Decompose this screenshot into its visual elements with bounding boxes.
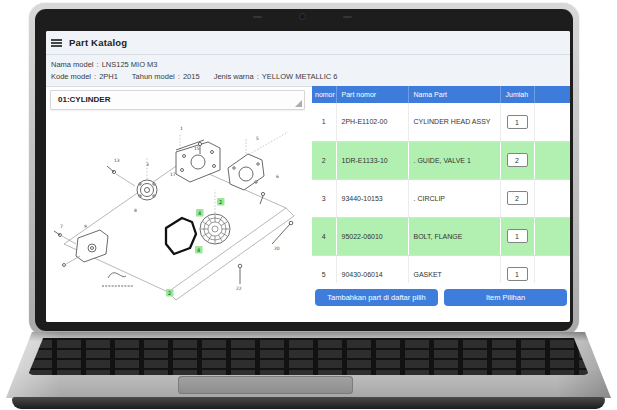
svg-text:9: 9: [84, 224, 87, 229]
section-title: 01:CYLINDER: [58, 95, 110, 104]
tahun-model-label: Tahun model: [132, 72, 175, 81]
svg-text:5: 5: [256, 136, 259, 141]
svg-text:3: 3: [146, 162, 149, 167]
svg-text:6: 6: [276, 174, 279, 179]
qty-box[interactable]: 2: [507, 191, 528, 205]
qty-box[interactable]: 1: [507, 229, 528, 243]
qty-box[interactable]: 1: [507, 115, 528, 129]
section-selector[interactable]: 01:CYLINDER: [50, 90, 305, 110]
model-info-panel: Nama model:LNS125 MIO M3 Kode model:2PH1…: [46, 55, 570, 87]
model-info-row2: Kode model:2PH1 Tahun model:2015 Jenis w…: [51, 71, 570, 83]
app-screen: Part Katalog Nama model:LNS125 MIO M3 Ko…: [46, 31, 570, 322]
svg-text:2: 2: [219, 199, 222, 205]
webcam: [299, 13, 306, 20]
kode-model-label: Kode model: [51, 72, 91, 81]
microphone-slot-right: [343, 16, 352, 18]
svg-text:20: 20: [274, 246, 280, 251]
col-nomor: nomor: [312, 86, 336, 103]
tahun-model-value: 2015: [183, 72, 200, 81]
nama-model-value: LNS125 MIO M3: [102, 60, 158, 69]
svg-text:2: 2: [168, 290, 171, 296]
kode-model-value: 2PH1: [99, 72, 118, 81]
part-row[interactable]: 3 93440-10153 . CIRCLIP 2: [312, 179, 570, 217]
part-row[interactable]: 5 90430-06014 GASKET 1: [312, 255, 570, 283]
laptop-bezel: Part Katalog Nama model:LNS125 MIO M3 Ko…: [35, 9, 573, 331]
menu-icon[interactable]: [51, 39, 62, 47]
svg-text:1: 1: [180, 126, 183, 131]
laptop-screen-frame: Part Katalog Nama model:LNS125 MIO M3 Ko…: [29, 3, 579, 336]
action-buttons: Tambahkan part di daftar pilih Item Pili…: [312, 289, 570, 307]
jenis-warna-label: Jenis warna: [214, 72, 254, 81]
svg-text:13: 13: [114, 158, 120, 163]
jenis-warna-value: YELLOW METALLIC 6: [262, 72, 338, 81]
svg-text:8: 8: [134, 208, 137, 213]
col-part-nomor: Part nomor: [336, 86, 408, 103]
table-header-row: nomor Part nomor Nama Part Jumlah: [312, 86, 570, 103]
col-empty: [534, 86, 570, 103]
app-header-bar: Part Katalog: [46, 31, 570, 55]
col-nama-part: Nama Part: [408, 86, 500, 103]
part-row[interactable]: 1 2PH-E1102-00 CYLINDER HEAD ASSY 1: [312, 103, 570, 141]
microphone-slot-left: [253, 16, 262, 18]
part-row[interactable]: 2 1DR-E1133-10 . GUIDE, VALVE 1 2: [312, 141, 570, 179]
keyboard: [28, 338, 589, 375]
col-jumlah: Jumlah: [500, 86, 534, 103]
main-content: 01:CYLINDER: [46, 87, 570, 322]
trackpad: [178, 376, 353, 394]
nama-model-label: Nama model: [51, 60, 94, 69]
add-part-button[interactable]: Tambahkan part di daftar pilih: [315, 289, 438, 306]
laptop-base-bottom: [12, 397, 605, 409]
svg-text:17: 17: [170, 172, 176, 177]
svg-text:15: 15: [194, 146, 200, 151]
selected-items-button[interactable]: Item Pilihan: [444, 289, 567, 306]
svg-text:22: 22: [236, 286, 242, 291]
model-info-row1: Nama model:LNS125 MIO M3: [51, 59, 570, 71]
svg-text:4: 4: [198, 210, 201, 216]
qty-box[interactable]: 1: [507, 267, 528, 281]
app-title: Part Katalog: [69, 37, 127, 48]
qty-box[interactable]: 2: [507, 153, 528, 167]
svg-text:4: 4: [197, 247, 200, 253]
parts-table: nomor Part nomor Nama Part Jumlah 1: [312, 86, 570, 283]
parts-diagram: 135 1368 9720 221715 2: [50, 116, 305, 314]
resize-handle-icon: [295, 100, 302, 107]
part-row[interactable]: 4 95022-06010 BOLT, FLANGE 1: [312, 217, 570, 255]
diagram-panel: 01:CYLINDER: [50, 90, 305, 110]
svg-text:7: 7: [60, 224, 63, 229]
laptop-mockup: Part Katalog Nama model:LNS125 MIO M3 Ko…: [0, 0, 617, 410]
